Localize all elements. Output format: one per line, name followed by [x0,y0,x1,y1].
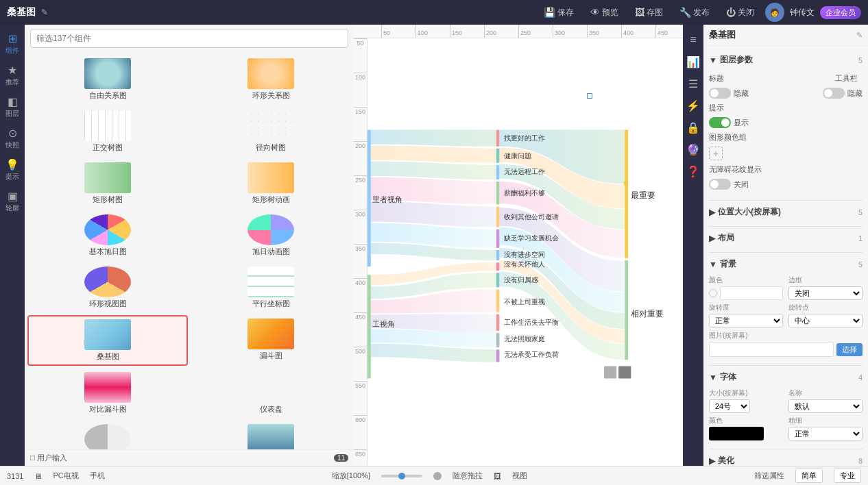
zoom-control[interactable] [381,475,422,477]
section-position-header[interactable]: ▶ 位置大小(按屏幕) 5 [709,203,863,221]
right-nav-predict[interactable]: ⚡ [684,96,703,115]
svg-rect-4 [496,165,500,179]
panel-edit-icon[interactable]: ✎ [856,31,863,40]
view-label[interactable]: 视图 [512,471,527,481]
sidebar-item-sunburst2[interactable]: 旭日动画图 [191,211,351,260]
sidebar-item-dashboard[interactable]: 仪表盘 [191,369,351,418]
nav-item-recommend[interactable]: ★推荐 [1,60,24,90]
pivot-select[interactable]: 中心 [788,314,863,327]
nav-item-layers[interactable]: ◧图层 [1,92,24,122]
sidebar-item-radial-tree[interactable]: 径向树图 [191,107,351,156]
section-bg-header[interactable]: ▼ 背景 5 [709,256,863,273]
right-nav-properties[interactable]: ≡ [684,30,703,49]
sidebar-item-parallel[interactable]: 平行坐标图 [191,263,351,312]
store-button[interactable]: 🖼存图 [629,5,668,21]
selection-handle[interactable] [587,93,592,99]
sidebar-item-sankey[interactable]: 桑基图 [27,315,188,366]
rotation-group: 旋转度 正常 [709,303,783,327]
mobile-label[interactable]: 手机 [90,471,105,481]
section-layer-params-header[interactable]: ▼ 图层参数 5 [709,51,863,69]
image-input[interactable] [709,342,834,357]
sidebar-item-rect-anim[interactable]: 矩形树动画 [191,159,351,208]
vip-badge[interactable]: 企业会员 [820,6,861,19]
font-size-select[interactable]: 24号 [709,399,750,413]
hint-toggle[interactable]: 显示 [709,117,749,128]
view-mode-label[interactable]: PC电视 [53,471,78,481]
color-add-button[interactable]: + [709,147,723,160]
svg-text:不被上司重视: 不被上司重视 [504,298,545,306]
sidebar-item-ortho-tree[interactable]: 正交树图 [27,107,188,156]
toolbar-toggle[interactable]: 隐藏 [823,88,863,99]
section-beauty-header[interactable]: ▶ 美化 8 [709,452,863,466]
no-border-toggle[interactable]: 关闭 [709,179,749,190]
section-layout: ▶ 布局 1 [709,229,863,247]
canvas-content[interactable]: 里者视角 工视角 找更好的工作 健康问题 无法远程工作 薪酬福利不够 收到其他公… [367,38,683,466]
save-button[interactable]: 💾保存 [538,5,579,21]
topbar-edit-icon[interactable]: ✎ [41,8,48,17]
section-font-header[interactable]: ▼ 字体 4 [709,369,863,386]
nav-item-components[interactable]: ⊞组件 [1,29,24,59]
ruler-vertical: 5010015020025030035040045050055060065070… [354,38,367,466]
title-toggle[interactable]: 隐藏 [709,88,749,99]
right-nav-help[interactable]: ❓ [684,162,703,181]
publish-button[interactable]: 🔧发布 [674,5,715,21]
status-code: 3131 [7,472,23,480]
drag-label[interactable]: 随意拖拉 [453,471,483,481]
preview-button[interactable]: 👁预览 [585,5,624,21]
sidebar-item-water[interactable]: 水球图 [191,421,351,449]
sidebar-item-pointer[interactable]: 指针仪表盘 [27,421,188,449]
hint-row: 提示 [709,101,863,115]
font-weight-group: 粗细 正常 [788,416,863,440]
svg-text:工作生活失去平衡: 工作生活失去平衡 [504,319,559,326]
search-container [25,25,354,52]
no-border-toggle-switch[interactable] [709,179,731,190]
section-layout-header[interactable]: ▶ 布局 1 [709,229,863,247]
nav-item-outline[interactable]: ▣轮廓 [1,186,24,216]
font-size-name-row: 大小(按屏幕) 24号 名称 默认 [709,388,863,413]
font-name-select[interactable]: 默认 [788,399,863,413]
user-input-row[interactable]: □ 用户输入 11 [25,449,354,466]
sidebar-item-ring-relation[interactable]: 环形关系图 [191,55,351,104]
right-nav-lock[interactable]: 🔒 [684,118,703,137]
toolbar-toggle-switch[interactable] [823,88,845,99]
font-color-swatch[interactable] [709,427,764,440]
pro-mode-button[interactable]: 专业 [834,469,861,483]
svg-text:没有归属感: 没有归属感 [504,276,538,284]
font-body: 大小(按屏幕) 24号 名称 默认 [709,386,863,443]
view-icon[interactable]: 🖼 [494,472,501,480]
font-size-group: 大小(按屏幕) 24号 [709,388,783,413]
sidebar-item-ring-view[interactable]: 环形视图图 [27,263,188,312]
sidebar-item-compare[interactable]: 对比漏斗图 [27,369,188,418]
font-name-group: 名称 默认 [788,388,863,413]
bg-color-input[interactable] [720,286,783,300]
title-toggle-switch[interactable] [709,88,731,99]
sidebar-item-sunburst[interactable]: 基本旭日图 [27,211,188,260]
svg-text:相对重要: 相对重要 [631,309,664,319]
zoom-dot[interactable] [398,473,405,480]
right-nav-events[interactable]: ☰ [684,74,703,93]
section-position: ▶ 位置大小(按屏幕) 5 [709,203,863,221]
sidebar-item-rect-tree[interactable]: 矩形树图 [27,159,188,208]
view-mode-pc[interactable]: 🖥 [34,472,42,480]
font-weight-select[interactable]: 正常 [788,427,863,440]
sidebar-item-funnel[interactable]: 漏斗图 [191,315,351,366]
nav-item-hints[interactable]: 💡提示 [1,155,24,185]
svg-rect-14 [496,349,500,362]
search-input[interactable] [30,29,348,48]
zoom-slider[interactable] [381,475,422,477]
choose-image-button[interactable]: 选择 [836,343,863,356]
hint-toggle-switch[interactable] [709,117,731,128]
svg-rect-34 [624,182,628,185]
border-select[interactable]: 关闭 [788,286,863,300]
left-nav: ⊞组件 ★推荐 ◧图层 ⊙快照 💡提示 ▣轮廓 [0,25,25,466]
bg-color-swatch[interactable] [709,289,717,297]
sidebar-item-self-relation[interactable]: 自由关系图 [27,55,188,104]
nav-item-snapshot[interactable]: ⊙快照 [1,123,24,153]
close-button[interactable]: ⏻关闭 [721,5,760,21]
rotation-row: 旋转度 正常 旋转点 中心 [709,303,863,327]
right-nav-data[interactable]: 📊 [684,52,703,71]
simple-mode-button[interactable]: 简单 [795,469,823,483]
svg-rect-12 [496,314,500,331]
rotation-select[interactable]: 正常 [709,314,783,327]
right-nav-ai[interactable]: 🔮 [684,140,703,159]
